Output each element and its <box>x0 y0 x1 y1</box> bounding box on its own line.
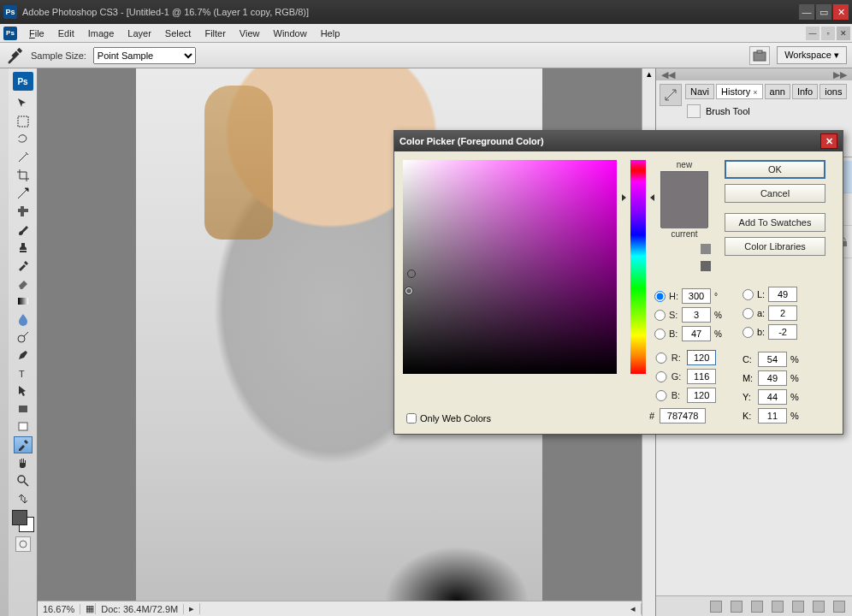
history-brush-tool[interactable] <box>14 257 33 274</box>
hand-tool[interactable] <box>14 454 33 471</box>
path-select-tool[interactable] <box>14 382 33 400</box>
maximize-button[interactable]: ▭ <box>816 4 831 20</box>
quickmask-button[interactable] <box>15 536 31 552</box>
color-libraries-button[interactable]: Color Libraries <box>725 237 825 256</box>
status-icon[interactable]: ▦ <box>80 603 96 614</box>
dialog-close-button[interactable]: ✕ <box>820 133 837 149</box>
g-input[interactable] <box>687 369 716 384</box>
collapse-left-icon[interactable]: ◀◀ <box>661 69 675 80</box>
tab-actions-partial[interactable]: ions <box>819 84 847 99</box>
bri-input[interactable] <box>682 326 711 341</box>
tab-info[interactable]: Info <box>792 84 818 99</box>
eraser-tool[interactable] <box>14 275 33 292</box>
blur-tool[interactable] <box>14 311 33 328</box>
add-to-swatches-button[interactable]: Add To Swatches <box>725 213 825 232</box>
delete-layer-icon[interactable] <box>833 601 845 613</box>
b-rgb-input[interactable] <box>687 388 716 403</box>
close-button[interactable]: ✕ <box>833 4 849 20</box>
a-input[interactable] <box>768 305 797 321</box>
sat-input[interactable] <box>682 307 711 323</box>
workspace-button[interactable]: Workspace ▾ <box>777 46 847 64</box>
l-radio[interactable] <box>743 289 754 300</box>
lab-b-input[interactable] <box>768 324 797 340</box>
minimize-button[interactable]: — <box>799 4 814 20</box>
close-icon[interactable]: × <box>753 88 757 97</box>
menu-select[interactable]: Select <box>158 26 198 41</box>
menu-image[interactable]: Image <box>81 26 121 41</box>
panel-strip[interactable]: ◀◀ ▶▶ <box>656 68 852 80</box>
gamut-warning-icon[interactable] <box>701 244 711 254</box>
doc-close-button[interactable]: ✕ <box>837 27 850 40</box>
tab-channels-partial[interactable]: ann <box>765 84 790 99</box>
adjustment-layer-icon[interactable] <box>792 601 804 613</box>
dodge-tool[interactable] <box>14 329 33 346</box>
g-radio[interactable] <box>654 371 668 382</box>
notes-tool[interactable] <box>14 418 33 435</box>
doc-restore-button[interactable]: ▫ <box>821 27 835 40</box>
l-input[interactable] <box>768 287 797 302</box>
new-layer-icon[interactable] <box>813 601 825 613</box>
cancel-button[interactable]: Cancel <box>725 184 825 203</box>
hue-slider[interactable] <box>630 160 646 374</box>
tab-history[interactable]: History× <box>716 84 763 99</box>
brush-tool[interactable] <box>14 221 33 238</box>
only-web-colors-checkbox[interactable] <box>406 413 417 424</box>
ok-button[interactable]: OK <box>725 160 825 179</box>
dialog-titlebar[interactable]: Color Picker (Foreground Color) ✕ <box>394 131 843 151</box>
r-radio[interactable] <box>654 352 668 364</box>
menu-file[interactable]: File <box>22 26 51 41</box>
foreground-color-swatch[interactable] <box>12 510 27 525</box>
bridge-icon[interactable] <box>749 46 770 65</box>
menu-view[interactable]: View <box>233 26 267 41</box>
hue-radio[interactable] <box>654 291 666 302</box>
history-item[interactable]: Brush Tool <box>685 103 849 120</box>
foreground-background-swatch[interactable] <box>12 510 34 532</box>
doc-minimize-button[interactable]: — <box>806 27 819 40</box>
b-rgb-radio[interactable] <box>654 390 668 401</box>
lab-b-radio[interactable] <box>743 327 754 338</box>
sat-radio[interactable] <box>654 310 666 321</box>
scroll-left-button[interactable]: ◂ <box>625 603 642 614</box>
new-group-icon[interactable] <box>772 601 784 613</box>
menu-layer[interactable]: Layer <box>121 26 158 41</box>
doc-info[interactable]: Doc: 36.4M/72.9M <box>96 604 184 614</box>
wand-tool[interactable] <box>14 149 33 166</box>
zoom-tool[interactable] <box>14 472 33 489</box>
y-input[interactable] <box>758 389 787 405</box>
stamp-tool[interactable] <box>14 239 33 256</box>
menu-filter[interactable]: Filter <box>198 26 232 41</box>
gradient-tool[interactable] <box>14 293 33 310</box>
m-input[interactable] <box>758 370 787 386</box>
eyedropper-tool[interactable] <box>14 436 33 453</box>
shape-tool[interactable] <box>14 400 33 418</box>
link-layers-icon[interactable] <box>710 601 722 613</box>
swap-colors-icon[interactable] <box>14 490 33 507</box>
lasso-tool[interactable] <box>14 131 33 148</box>
pen-tool[interactable] <box>14 346 33 364</box>
layer-mask-icon[interactable] <box>751 601 763 613</box>
marquee-tool[interactable] <box>14 113 33 130</box>
slice-tool[interactable] <box>14 185 33 202</box>
type-tool[interactable]: T <box>14 364 33 382</box>
sample-size-select[interactable]: Point Sample <box>93 47 196 64</box>
doc-info-arrow[interactable]: ▸ <box>184 603 200 614</box>
crop-tool[interactable] <box>14 167 33 184</box>
r-input[interactable] <box>687 350 716 365</box>
layer-style-icon[interactable] <box>731 601 743 613</box>
hex-input[interactable] <box>660 408 706 424</box>
collapse-right-icon[interactable]: ▶▶ <box>833 69 847 80</box>
zoom-readout[interactable]: 16.67% <box>38 604 80 614</box>
c-input[interactable] <box>758 352 787 367</box>
websafe-warning-icon[interactable] <box>701 261 711 271</box>
k-input[interactable] <box>758 408 787 424</box>
move-tool[interactable] <box>14 95 33 112</box>
healing-tool[interactable] <box>14 203 33 220</box>
menu-window[interactable]: Window <box>267 26 314 41</box>
panel-options-icon[interactable] <box>660 84 682 106</box>
menu-help[interactable]: Help <box>314 26 347 41</box>
a-radio[interactable] <box>743 308 754 319</box>
tab-navigator[interactable]: Navi <box>685 84 714 99</box>
hue-input[interactable] <box>682 288 711 304</box>
saturation-value-field[interactable] <box>403 160 617 374</box>
scroll-up-button[interactable]: ▴ <box>642 68 655 82</box>
